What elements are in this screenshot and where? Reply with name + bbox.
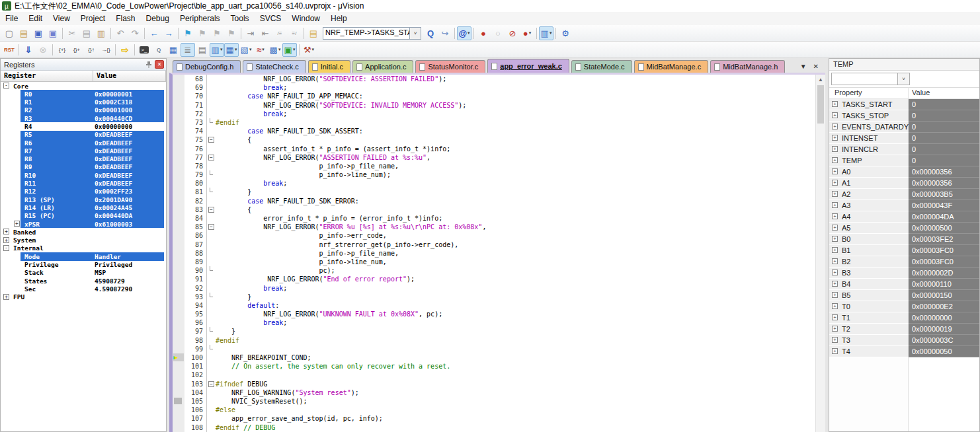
register-row-fpu[interactable]: +FPU — [1, 293, 166, 301]
temp-row-events_datardy[interactable]: +EVENTS_DATARDY0 — [829, 122, 979, 133]
fold-margin[interactable] — [207, 293, 216, 301]
logic-analyzer-icon[interactable]: ≈▾ — [253, 43, 268, 57]
breakpoint-margin[interactable] — [173, 162, 184, 170]
register-row-r12[interactable]: R120x0002FF23 — [1, 188, 166, 196]
fold-margin[interactable] — [207, 83, 216, 92]
tab-statecheck-c[interactable]: StateCheck.c — [243, 60, 306, 73]
tab-statusmonitor-c[interactable]: StatusMonitor.c — [415, 60, 485, 73]
fold-margin[interactable] — [207, 214, 216, 223]
memory-window-icon[interactable]: ▦▾ — [224, 43, 239, 57]
uncomment-icon[interactable]: ≡/ — [287, 26, 302, 40]
dropdown-arrow-icon[interactable]: ▾ — [293, 47, 296, 52]
breakpoint-margin[interactable] — [173, 231, 184, 240]
fold-margin[interactable] — [207, 145, 216, 153]
expand-icon[interactable]: + — [832, 180, 838, 186]
fold-margin[interactable] — [207, 388, 216, 397]
register-row-stack[interactable]: StackMSP — [1, 269, 166, 277]
temp-filter-combobox[interactable]: ˅ — [831, 73, 910, 85]
breakpoint-margin[interactable] — [173, 284, 184, 293]
cut-icon[interactable]: ✂ — [65, 26, 79, 40]
new-file-icon[interactable]: ▢ — [2, 26, 17, 40]
breakpoint-margin[interactable] — [173, 345, 184, 353]
dropdown-arrow-icon[interactable]: ▾ — [312, 47, 315, 52]
expand-icon[interactable]: + — [832, 168, 838, 174]
expand-icon[interactable]: + — [832, 270, 838, 275]
temp-row-b5[interactable]: +B50x00000150 — [829, 290, 979, 301]
temp-row-b2[interactable]: +B20x00003FC0 — [829, 256, 979, 268]
next-bookmark-icon[interactable]: ⚑ — [210, 26, 224, 40]
open-folder-icon[interactable]: ▤ — [17, 26, 31, 40]
tab-midbatmanage-c[interactable]: MidBatManage.c — [634, 60, 709, 73]
value-column-header[interactable]: Value — [909, 88, 979, 98]
expand-icon[interactable]: + — [832, 191, 838, 197]
expand-icon[interactable]: + — [832, 135, 838, 141]
tab-initial-c[interactable]: Initial.c — [308, 60, 350, 73]
disassembly-window-icon[interactable]: Q — [151, 43, 166, 57]
expand-icon[interactable]: + — [832, 348, 838, 354]
expand-icon[interactable]: + — [14, 221, 20, 227]
breakpoint-margin[interactable] — [173, 101, 184, 110]
fold-margin[interactable] — [207, 336, 216, 345]
fold-margin[interactable] — [207, 110, 216, 118]
temp-row-b3[interactable]: +B30x0000002D — [829, 268, 979, 279]
expand-icon[interactable]: + — [832, 292, 838, 298]
temp-row-tasks_stop[interactable]: +TASKS_STOP0 — [829, 110, 979, 122]
dropdown-arrow-icon[interactable]: ▾ — [262, 47, 265, 52]
expand-icon[interactable]: + — [3, 229, 9, 234]
breakpoint-margin[interactable] — [173, 362, 184, 371]
stop-icon[interactable]: ⊗ — [36, 43, 50, 57]
temp-row-a5[interactable]: +A50x00000500 — [829, 223, 979, 234]
step-icon[interactable]: {+} — [55, 43, 69, 57]
fold-margin[interactable] — [207, 371, 216, 379]
fold-margin[interactable] — [207, 258, 216, 266]
register-row-r13-sp-[interactable]: R13 (SP)0x2001DA90 — [1, 196, 166, 203]
register-row-r7[interactable]: R70xDEADBEEF — [1, 147, 166, 155]
register-row-r9[interactable]: R90xDEADBEEF — [1, 163, 166, 171]
expand-icon[interactable]: + — [832, 314, 838, 320]
save-all-icon[interactable]: ▣ — [46, 26, 60, 40]
expand-icon[interactable]: + — [832, 112, 838, 118]
menu-help[interactable]: Help — [325, 13, 352, 24]
breakpoint-margin[interactable] — [173, 188, 184, 196]
breakpoint-margin[interactable] — [173, 388, 184, 397]
fold-margin[interactable] — [207, 362, 216, 371]
breakpoint-margin[interactable] — [173, 118, 184, 127]
navigate-back-icon[interactable]: ← — [147, 26, 161, 40]
register-row-internal[interactable]: -Internal — [1, 244, 166, 252]
breakpoint-margin[interactable] — [173, 380, 184, 388]
register-row-r1[interactable]: R10x0002C318 — [1, 98, 166, 106]
breakpoint-margin[interactable] — [173, 293, 184, 301]
fold-margin[interactable] — [207, 197, 216, 205]
breakpoint-margin[interactable] — [173, 214, 184, 223]
breakpoint-margin[interactable] — [173, 258, 184, 266]
tab-app-error-weak-c[interactable]: app_error_weak.c — [487, 59, 569, 73]
tab-midbatmanage-h[interactable]: MidBatManage.h — [710, 60, 785, 73]
dropdown-arrow-icon[interactable]: ▾ — [278, 47, 281, 52]
temp-row-t0[interactable]: +T00x000000E2 — [829, 301, 979, 312]
previous-bookmark-icon[interactable]: ⚑ — [195, 26, 210, 40]
fold-collapse-icon[interactable]: − — [208, 207, 214, 213]
breakpoint-margin[interactable] — [173, 423, 184, 432]
breakpoint-margin[interactable] — [173, 179, 184, 188]
reset-cpu-icon[interactable]: RST — [2, 43, 17, 57]
temp-row-temp[interactable]: +TEMP0 — [829, 155, 979, 166]
fold-margin[interactable] — [207, 301, 216, 310]
tab-list-icon[interactable]: ▼ — [800, 63, 807, 70]
breakpoint-margin[interactable] — [173, 83, 184, 92]
breakpoint-margin[interactable] — [173, 92, 184, 100]
breakpoint-margin[interactable] — [173, 336, 184, 345]
register-row-r4[interactable]: R40x00000000 — [1, 122, 166, 130]
fold-margin[interactable]: − — [207, 153, 216, 162]
goto-icon[interactable]: ↪ — [438, 26, 452, 40]
show-next-statement-icon[interactable]: ⇨ — [118, 43, 132, 57]
expand-icon[interactable]: + — [832, 326, 838, 332]
breakpoint-margin[interactable] — [173, 371, 184, 379]
register-row-r6[interactable]: R60xDEADBEEF — [1, 139, 166, 147]
fold-margin[interactable]: − — [207, 223, 216, 231]
debug-toolbox-icon[interactable]: ⚒▾ — [302, 43, 316, 57]
menu-edit[interactable]: Edit — [23, 13, 48, 24]
menu-file[interactable]: File — [0, 13, 23, 24]
undo-icon[interactable]: ↶ — [113, 26, 128, 40]
indent-icon[interactable]: ⇥ — [243, 26, 258, 40]
fold-margin[interactable] — [207, 162, 216, 170]
